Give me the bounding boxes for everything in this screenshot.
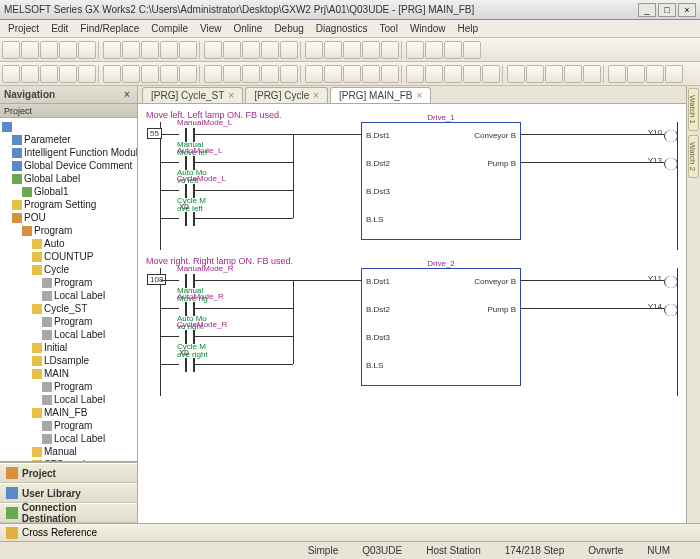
tree-node[interactable]: Local Label — [0, 328, 137, 341]
editor-tab[interactable]: [PRG] MAIN_FB× — [330, 87, 431, 103]
menu-view[interactable]: View — [196, 23, 226, 34]
tool-button[interactable] — [103, 65, 121, 83]
maximize-button[interactable]: □ — [658, 3, 676, 17]
tool-button[interactable] — [564, 65, 582, 83]
tool-button[interactable] — [59, 41, 77, 59]
tool-button[interactable] — [444, 65, 462, 83]
tool-button[interactable] — [343, 41, 361, 59]
tool-button[interactable] — [343, 65, 361, 83]
editor-tab[interactable]: [PRG] Cycle_ST× — [142, 87, 243, 103]
tree-node[interactable]: Parameter — [0, 133, 137, 146]
tool-button[interactable] — [122, 41, 140, 59]
function-block[interactable]: Drive_1B.Dst1Conveyor BB.Dst2Pump BB.Dst… — [361, 122, 521, 240]
menu-edit[interactable]: Edit — [47, 23, 72, 34]
tool-button[interactable] — [141, 41, 159, 59]
tool-button[interactable] — [78, 41, 96, 59]
function-block[interactable]: Drive_2B.Dst1Conveyor BB.Dst2Pump BB.Dst… — [361, 268, 521, 386]
coil[interactable] — [664, 130, 678, 142]
tool-button[interactable] — [381, 41, 399, 59]
tool-button[interactable] — [507, 65, 525, 83]
tool-button[interactable] — [444, 41, 462, 59]
tree-node[interactable]: Program — [0, 380, 137, 393]
tool-button[interactable] — [204, 41, 222, 59]
tool-button[interactable] — [362, 65, 380, 83]
tool-button[interactable] — [362, 41, 380, 59]
nav-section-project[interactable]: Project — [0, 463, 137, 483]
tree-node[interactable]: Local Label — [0, 393, 137, 406]
ladder-network[interactable]: 108ManualMode_RManualMove rigAutoMode_RA… — [160, 268, 678, 396]
nav-close-icon[interactable]: × — [121, 89, 133, 101]
tool-button[interactable] — [324, 41, 342, 59]
minimize-button[interactable]: _ — [638, 3, 656, 17]
tree-node[interactable]: Global Label — [0, 172, 137, 185]
tool-button[interactable] — [204, 65, 222, 83]
tree-node[interactable]: Program Setting — [0, 198, 137, 211]
tool-button[interactable] — [122, 65, 140, 83]
tree-node[interactable]: LDsample — [0, 354, 137, 367]
menu-tool[interactable]: Tool — [376, 23, 402, 34]
tree-node[interactable]: Program — [0, 224, 137, 237]
tool-button[interactable] — [463, 41, 481, 59]
nav-section-connection-destination[interactable]: Connection Destination — [0, 503, 137, 523]
tab-close-icon[interactable]: × — [416, 90, 422, 101]
tool-button[interactable] — [59, 65, 77, 83]
tool-button[interactable] — [406, 41, 424, 59]
coil[interactable] — [664, 276, 678, 288]
tree-node[interactable]: Program — [0, 419, 137, 432]
tree-node[interactable]: Manual — [0, 445, 137, 458]
tree-node[interactable]: Global Device Comment — [0, 159, 137, 172]
tree-node[interactable]: Cycle — [0, 263, 137, 276]
tree-node[interactable]: Cycle_ST — [0, 302, 137, 315]
tool-button[interactable] — [40, 65, 58, 83]
tool-button[interactable] — [223, 65, 241, 83]
menu-help[interactable]: Help — [453, 23, 482, 34]
menu-compile[interactable]: Compile — [147, 23, 192, 34]
cross-reference-bar[interactable]: Cross Reference — [0, 523, 700, 541]
tab-close-icon[interactable]: × — [228, 90, 234, 101]
tool-button[interactable] — [261, 41, 279, 59]
tool-button[interactable] — [425, 41, 443, 59]
tool-button[interactable] — [545, 65, 563, 83]
ladder-editor[interactable]: Move left. Left lamp ON. FB used.55Manua… — [138, 104, 686, 523]
tool-button[interactable] — [160, 41, 178, 59]
tree-node[interactable]: MAIN_FB — [0, 406, 137, 419]
tool-button[interactable] — [324, 65, 342, 83]
tree-node[interactable]: Local Label — [0, 289, 137, 302]
tool-button[interactable] — [40, 41, 58, 59]
tree-node[interactable]: MAIN — [0, 367, 137, 380]
tree-node[interactable]: Program — [0, 276, 137, 289]
tool-button[interactable] — [381, 65, 399, 83]
tool-button[interactable] — [305, 41, 323, 59]
tool-button[interactable] — [608, 65, 626, 83]
menu-findreplace[interactable]: Find/Replace — [76, 23, 143, 34]
close-button[interactable]: × — [678, 3, 696, 17]
tree-node[interactable]: COUNTUP — [0, 250, 137, 263]
tool-button[interactable] — [627, 65, 645, 83]
tree-node[interactable] — [0, 120, 137, 133]
tree-node[interactable]: POU — [0, 211, 137, 224]
tool-button[interactable] — [223, 41, 241, 59]
tool-button[interactable] — [21, 65, 39, 83]
tool-button[interactable] — [2, 41, 20, 59]
watch-tab[interactable]: Watch 1 — [688, 88, 699, 131]
menu-debug[interactable]: Debug — [270, 23, 307, 34]
tool-button[interactable] — [2, 65, 20, 83]
tool-button[interactable] — [583, 65, 601, 83]
tab-close-icon[interactable]: × — [313, 90, 319, 101]
tool-button[interactable] — [665, 65, 683, 83]
tool-button[interactable] — [141, 65, 159, 83]
tool-button[interactable] — [463, 65, 481, 83]
tree-node[interactable]: Initial — [0, 341, 137, 354]
tree-node[interactable]: Intelligent Function Module — [0, 146, 137, 159]
project-tree[interactable]: ParameterIntelligent Function ModuleGlob… — [0, 118, 137, 462]
tool-button[interactable] — [526, 65, 544, 83]
ladder-network[interactable]: 55ManualMode_LManualMove lefAutoMode_LAu… — [160, 122, 678, 250]
tree-node[interactable]: Local Label — [0, 432, 137, 445]
menu-diagnostics[interactable]: Diagnostics — [312, 23, 372, 34]
tool-button[interactable] — [482, 65, 500, 83]
menu-project[interactable]: Project — [4, 23, 43, 34]
tool-button[interactable] — [646, 65, 664, 83]
tool-button[interactable] — [280, 41, 298, 59]
editor-tab[interactable]: [PRG] Cycle× — [245, 87, 328, 103]
tree-node[interactable]: Global1 — [0, 185, 137, 198]
